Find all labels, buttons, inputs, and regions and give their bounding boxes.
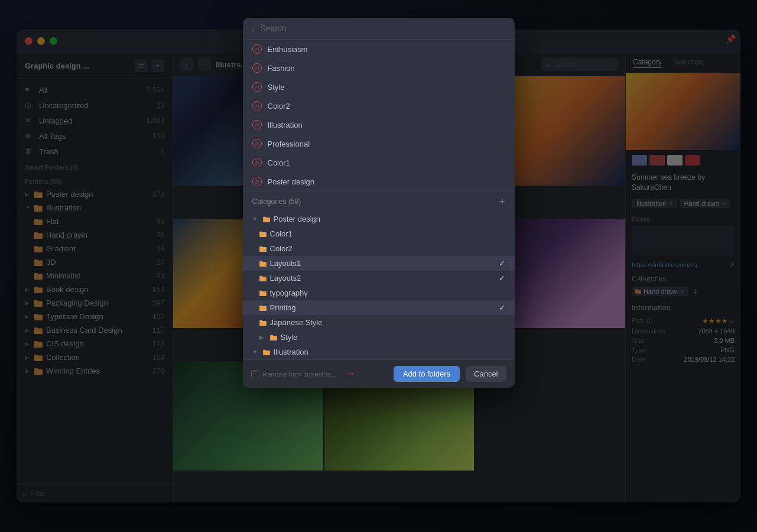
recent-item-fashion[interactable]: ◷ Fashion bbox=[243, 59, 515, 77]
recent-item-color2-label: Color2 bbox=[268, 102, 290, 111]
tree-printing[interactable]: Printing ✓ bbox=[243, 300, 515, 315]
modal-categories-header: Categories (58) + bbox=[243, 192, 515, 212]
tree-poster-design[interactable]: ▼ Poster design bbox=[243, 212, 515, 226]
tree-layouts1-label: Layouts1 bbox=[270, 259, 301, 268]
desktop: Graphic design ... ⇄ + ≡ All 2,551 ◎ bbox=[0, 0, 757, 532]
tree-expand-style-icon: ▶ bbox=[259, 334, 267, 340]
recent-item-enthusiasm-label: Enthusiasm bbox=[268, 45, 308, 54]
tree-color1-label: Color1 bbox=[270, 229, 293, 238]
tree-typography[interactable]: typography bbox=[243, 286, 515, 300]
tree-folder-layouts2-icon bbox=[259, 275, 267, 281]
recent-item-professional[interactable]: ◷ Professional bbox=[243, 134, 515, 153]
tree-folder-color1-icon bbox=[259, 231, 267, 237]
recent-item-professional-label: Professional bbox=[268, 140, 310, 148]
category-tree: ▼ Poster design Color1 Color2 Layouts1 ✓ bbox=[243, 212, 515, 359]
recent-item-poster-label: Poster design bbox=[268, 177, 315, 186]
tree-expand-poster-icon: ▼ bbox=[252, 216, 259, 222]
modal-search-icon: ⌕ bbox=[251, 24, 256, 33]
clock-icon-style: ◷ bbox=[252, 82, 262, 92]
tree-folder-color2-icon bbox=[259, 246, 267, 252]
tree-folder-poster-icon bbox=[263, 216, 270, 222]
recent-item-poster[interactable]: ◷ Poster design bbox=[243, 172, 515, 191]
clock-icon-enthusiasm: ◷ bbox=[252, 44, 262, 54]
recent-item-color1[interactable]: ◷ Color1 bbox=[243, 153, 515, 172]
tree-expand-illustration-icon: ▼ bbox=[252, 349, 259, 355]
tree-style[interactable]: ▶ Style bbox=[243, 330, 515, 345]
tree-folder-style-icon bbox=[270, 335, 277, 340]
clock-icon-fashion: ◷ bbox=[252, 63, 262, 73]
tree-color2-label: Color2 bbox=[270, 244, 293, 253]
tree-color1[interactable]: Color1 bbox=[243, 226, 515, 241]
modal-search-area: ⌕ bbox=[243, 18, 515, 40]
modal-add-category-btn[interactable]: + bbox=[499, 196, 505, 207]
recent-item-illustration-label: Illustration bbox=[268, 121, 303, 129]
remove-checkbox[interactable] bbox=[251, 370, 259, 378]
tree-printing-check: ✓ bbox=[499, 303, 505, 312]
tree-typography-label: typography bbox=[270, 288, 308, 297]
recent-item-color2[interactable]: ◷ Color2 bbox=[243, 96, 515, 115]
red-arrow-icon: → bbox=[345, 368, 355, 380]
tree-layouts2-check: ✓ bbox=[499, 274, 505, 283]
modal-footer: Remove from current fo... → Add to folde… bbox=[243, 359, 515, 388]
clock-icon-professional: ◷ bbox=[252, 139, 262, 148]
clock-icon-color1: ◷ bbox=[252, 158, 262, 167]
clock-icon-color2: ◷ bbox=[252, 101, 262, 111]
tree-illustration-label: Illustration bbox=[274, 348, 308, 356]
recent-item-enthusiasm[interactable]: ◷ Enthusiasm bbox=[243, 40, 515, 59]
tree-illustration[interactable]: ▼ Illustration bbox=[243, 345, 515, 359]
tree-layouts1[interactable]: Layouts1 ✓ bbox=[243, 256, 515, 271]
recent-item-color1-label: Color1 bbox=[268, 158, 290, 167]
recent-item-style-label: Style bbox=[268, 83, 285, 92]
clock-icon-illustration: ◷ bbox=[252, 120, 262, 129]
tree-folder-japanese-icon bbox=[259, 320, 267, 326]
tree-layouts2[interactable]: Layouts2 ✓ bbox=[243, 271, 515, 286]
recent-item-fashion-label: Fashion bbox=[268, 64, 295, 73]
tree-poster-label: Poster design bbox=[274, 215, 321, 223]
tree-style-label: Style bbox=[281, 333, 298, 342]
tree-japanese-label: Japanese Style bbox=[270, 318, 323, 327]
modal-overlay: ⌕ ◷ Enthusiasm ◷ Fashion ◷ Style ◷ bbox=[0, 0, 757, 532]
tree-printing-label: Printing bbox=[270, 303, 296, 312]
tree-folder-printing-icon bbox=[259, 305, 267, 311]
modal-categories-label: Categories (58) bbox=[252, 197, 301, 206]
tree-folder-layouts1-icon bbox=[259, 261, 267, 267]
tree-layouts2-label: Layouts2 bbox=[270, 274, 301, 283]
recent-list: ◷ Enthusiasm ◷ Fashion ◷ Style ◷ Color2 … bbox=[243, 40, 515, 192]
tree-layouts1-check: ✓ bbox=[499, 259, 505, 268]
tree-folder-typography-icon bbox=[259, 290, 267, 296]
checkbox-area: Remove from current fo... bbox=[251, 370, 337, 378]
add-to-folders-button[interactable]: Add to folders bbox=[394, 366, 460, 382]
cancel-button[interactable]: Cancel bbox=[466, 366, 506, 382]
remove-label: Remove from current fo... bbox=[263, 371, 337, 378]
tree-japanese-style[interactable]: Japanese Style bbox=[243, 315, 515, 330]
clock-icon-poster: ◷ bbox=[252, 177, 262, 186]
add-to-folders-modal: ⌕ ◷ Enthusiasm ◷ Fashion ◷ Style ◷ bbox=[243, 18, 515, 388]
recent-item-illustration[interactable]: ◷ Illustration bbox=[243, 115, 515, 134]
tree-color2[interactable]: Color2 bbox=[243, 241, 515, 256]
recent-item-style[interactable]: ◷ Style bbox=[243, 77, 515, 96]
modal-search-input[interactable] bbox=[261, 24, 506, 33]
tree-folder-illustration-icon bbox=[263, 349, 270, 355]
